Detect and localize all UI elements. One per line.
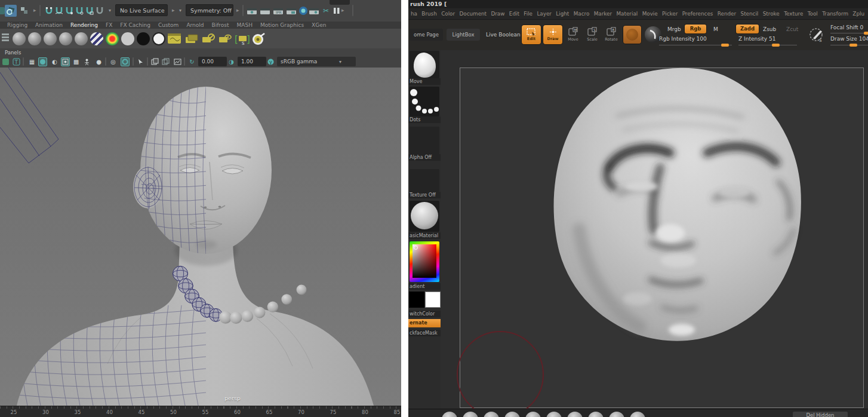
hypershade-icon[interactable] (297, 5, 309, 17)
select-cursor-icon[interactable] (136, 57, 145, 66)
toolbar-expander-icon[interactable]: ▸ (33, 7, 36, 13)
zadd-button[interactable]: Zadd (736, 24, 759, 33)
z-intensity-slider[interactable] (738, 45, 797, 45)
menu-render[interactable]: Render (718, 11, 736, 17)
stroke-thumbnail[interactable] (410, 87, 439, 116)
stroke-brush-button[interactable]: S (808, 26, 825, 43)
save-batch-render-icon[interactable]: [S] (235, 32, 249, 45)
tool-thumbnail-sphere[interactable] (609, 412, 624, 417)
tab-custom[interactable]: Custom (158, 22, 178, 28)
lightbox-button[interactable]: LightBox (447, 29, 480, 41)
menu-ha[interactable]: ha (411, 11, 417, 17)
tool-thumbnail-sphere[interactable] (504, 412, 520, 417)
tool-thumbnail-sphere[interactable] (442, 412, 457, 417)
wireframe-display-icon[interactable]: ▦ (27, 57, 36, 66)
render-frame-icon[interactable] (246, 5, 258, 17)
tab-mash[interactable]: MASH (237, 22, 253, 28)
material-sphere-icon[interactable] (75, 32, 88, 45)
tab-motion-graphics[interactable]: Motion Graphics (260, 22, 304, 28)
tool-thumbnail-sphere[interactable] (525, 412, 541, 417)
focal-shift-slider[interactable] (830, 33, 868, 33)
tab-rigging[interactable]: Rigging (7, 22, 27, 28)
tool-thumbnail-sphere[interactable] (463, 412, 478, 417)
menu-picker[interactable]: Picker (662, 11, 678, 17)
sphere-display-icon[interactable]: ● (94, 57, 103, 66)
tab-animation[interactable]: Animation (35, 22, 63, 28)
zsub-button[interactable]: Zsub (763, 26, 776, 32)
m-button[interactable]: M (713, 26, 718, 32)
render-sequence-icon[interactable] (259, 5, 271, 17)
render-current-frame-icon[interactable] (251, 32, 266, 45)
material-sphere-icon[interactable] (44, 32, 57, 45)
move-tool-icon[interactable] (19, 5, 30, 17)
shaded-texture-icon[interactable] (106, 32, 119, 45)
move-button[interactable]: M Move (565, 27, 581, 42)
copy-layer-icon[interactable] (150, 57, 159, 66)
rgb-intensity-slider[interactable] (659, 45, 732, 45)
view-transform-caret[interactable]: ▾ (339, 59, 341, 65)
menu-texture[interactable]: Texture (784, 11, 803, 17)
tool-thumbnail-sphere[interactable] (567, 412, 583, 417)
tool-thumbnail-sphere[interactable] (546, 412, 562, 417)
zcut-button[interactable]: Zcut (786, 26, 798, 32)
black-surface-icon[interactable] (137, 32, 150, 45)
edit-button[interactable]: Edit (522, 25, 541, 44)
maya-timeline[interactable]: 25303540455055606570758085 (0, 406, 401, 417)
live-surface-field[interactable]: No Live Surface (115, 4, 168, 16)
menu-tool[interactable]: Tool (808, 11, 818, 17)
image-plane-icon[interactable] (173, 57, 182, 66)
tab-fx[interactable]: FX (106, 22, 112, 28)
use-default-material-icon[interactable] (121, 32, 134, 45)
material-thumbnail[interactable] (410, 201, 439, 232)
alternate-button[interactable]: ernate (408, 319, 442, 327)
white-surface-icon[interactable] (152, 32, 165, 45)
menu-material[interactable]: Material (617, 11, 638, 17)
render-settings-icon[interactable] (285, 5, 297, 17)
menu-document[interactable]: Document (460, 11, 487, 17)
secondary-color-swatch[interactable] (425, 292, 441, 308)
switch-color-button[interactable]: witchColor (408, 311, 442, 317)
scale-button[interactable]: S Scale (584, 27, 601, 42)
render-settings-shelf-icon[interactable] (168, 32, 182, 45)
shelf-menu-icon[interactable] (1, 31, 10, 47)
menu-macro[interactable]: Macro (574, 11, 590, 17)
tool-thumbnail-sphere[interactable] (630, 412, 645, 417)
menu-brush[interactable]: Brush (421, 11, 436, 17)
view-transform-dropdown[interactable]: sRGB gamma (277, 57, 356, 66)
shadows-display-icon[interactable]: ▩ (72, 57, 81, 66)
toolbar-expander-icon[interactable]: ▸ (172, 7, 175, 13)
del-hidden-button[interactable]: Del Hidden (793, 412, 848, 417)
zbrush-canvas[interactable] (441, 50, 868, 409)
focal-shift-handle[interactable] (864, 32, 868, 35)
gamma-field[interactable]: 1.00 (238, 57, 266, 66)
render-view-icon[interactable] (308, 5, 320, 17)
character-display-icon[interactable] (82, 57, 91, 66)
saturation-value-square[interactable] (413, 244, 436, 278)
shaded-display-icon[interactable] (38, 57, 47, 66)
color-picker[interactable] (410, 241, 439, 282)
exposure-icon[interactable]: ↻ (187, 57, 196, 66)
textured-display-icon[interactable]: ◐ (50, 57, 59, 66)
rgb-intensity-handle[interactable] (721, 44, 729, 47)
menu-movie[interactable]: Movie (642, 11, 658, 17)
view-transform-icon[interactable]: γ (266, 57, 275, 66)
tab-arnold[interactable]: Arnold (186, 22, 204, 28)
symmetry-field[interactable]: Symmetry: Off (186, 4, 233, 16)
ipr-render-icon[interactable]: IPR (272, 5, 284, 17)
backface-mask-button[interactable]: ckfaceMask (408, 330, 442, 336)
menu-layer[interactable]: Layer (537, 11, 552, 17)
draw-button[interactable]: Draw (543, 25, 562, 44)
snap-together-tool-icon[interactable] (5, 5, 17, 17)
menu-color[interactable]: Color (441, 11, 455, 17)
paste-layer-icon[interactable] (161, 57, 170, 66)
lights-display-icon[interactable] (61, 57, 70, 66)
screen-space-ao-icon[interactable] (121, 57, 130, 66)
toolbar-expander-icon[interactable]: ▸ (341, 7, 344, 13)
material-sphere-icon[interactable] (28, 32, 41, 45)
menu-edit[interactable]: Edit (509, 11, 519, 17)
draw-size-slider[interactable] (830, 45, 868, 45)
menu-stencil[interactable]: Stencil (741, 11, 759, 17)
cancel-batch-render-icon[interactable] (201, 32, 216, 45)
draw-size-handle[interactable] (849, 44, 857, 47)
z-intensity-handle[interactable] (772, 44, 780, 47)
